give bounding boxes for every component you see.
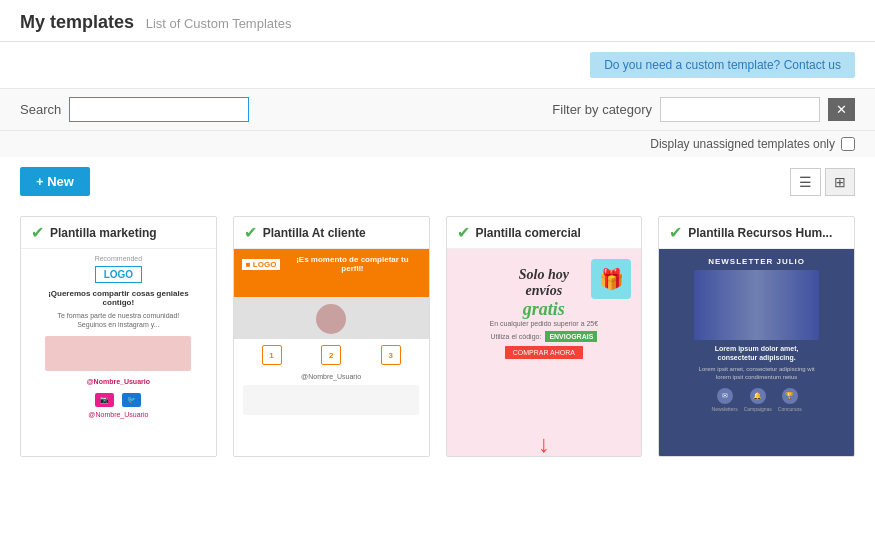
promo-text-1: ¡Queremos compartir cosas genialescontig… (48, 289, 189, 307)
nombre-text: @Nombre_Usuario (234, 371, 429, 382)
orange-promo-text: ¡Es momento de completar tu perfil! (284, 255, 420, 273)
icon-newsletters: ✉ (717, 388, 733, 404)
clear-filter-button[interactable]: ✕ (828, 98, 855, 121)
icon-campanas: 🔔 (750, 388, 766, 404)
template-card-4: ✔ Plantilla Recursos Hum... NEWSLETTER J… (658, 216, 855, 457)
card-title-4: Plantilla Recursos Hum... (688, 226, 832, 240)
instagram-box: 📷 (95, 393, 114, 407)
card-title-1: Plantilla marketing (50, 226, 157, 240)
gift-icon: 🎁 (591, 259, 631, 299)
unassigned-checkbox[interactable] (841, 137, 855, 151)
code-row: Utiliza el código: ENVIOGRAIS (490, 331, 597, 342)
status-icon-3: ✔ (457, 223, 470, 242)
step-3: 3 (381, 345, 401, 365)
card-header-1: ✔ Plantilla marketing (21, 217, 216, 249)
card-title-3: Plantilla comercial (476, 226, 581, 240)
code-box: ENVIOGRAIS (545, 331, 597, 342)
card-preview-2: ■ LOGO ¡Es momento de completar tu perfi… (234, 249, 429, 457)
code-label: Utiliza el código: (490, 333, 541, 340)
person-circle (316, 304, 346, 334)
img-placeholder-1 (45, 336, 191, 371)
card-title-2: Plantilla At cliente (263, 226, 366, 240)
toolbar-row: + New ☰ ⊞ (0, 157, 875, 206)
lorem-heading: Lorem ipsum dolor amet,consectetur adipi… (715, 344, 799, 362)
card-header-4: ✔ Plantilla Recursos Hum... (659, 217, 854, 249)
card-preview-1: Recommended LOGO ¡Queremos compartir cos… (21, 249, 216, 457)
gratis-text: gratis (523, 299, 565, 320)
logo-box-1: LOGO (95, 266, 142, 283)
custom-template-bar: Do you need a custom template? Contact u… (0, 42, 875, 88)
handle-text-2: @Nombre_Usuario (88, 411, 148, 418)
filter-group: Filter by category ✕ (552, 97, 855, 122)
unassigned-row: Display unassigned templates only (0, 131, 875, 157)
step-1: 1 (262, 345, 282, 365)
solo-hoy-text: Solo hoyenvíos (519, 267, 569, 299)
page-header: My templates List of Custom Templates (0, 0, 875, 42)
custom-template-button[interactable]: Do you need a custom template? Contact u… (590, 52, 855, 78)
icons-row: ✉ Newsletters 🔔 Campaignas 🏆 Concursos (712, 388, 802, 412)
filter-label: Filter by category (552, 102, 652, 117)
card-preview-3: 🎁 Solo hoyenvíos gratis En cualquier ped… (447, 249, 642, 457)
twitter-box: 🐦 (122, 393, 141, 407)
search-label: Search (20, 102, 61, 117)
orange-header: ■ LOGO ¡Es momento de completar tu perfi… (234, 249, 429, 279)
icon-concursos: 🏆 (782, 388, 798, 404)
buy-button-preview: COMPRAR AHORA (505, 346, 583, 359)
grid-view-button[interactable]: ⊞ (825, 168, 855, 196)
status-icon-4: ✔ (669, 223, 682, 242)
template-card-1: ✔ Plantilla marketing Recommended LOGO ¡… (20, 216, 217, 457)
img-lady (234, 279, 429, 339)
step-2: 2 (321, 345, 341, 365)
sub-text-1: Te formas parte de nuestra comunidad!Seg… (57, 311, 179, 329)
recommended-label: Recommended (95, 255, 142, 262)
page-wrapper: My templates List of Custom Templates Do… (0, 0, 875, 550)
cards-grid: ✔ Plantilla marketing Recommended LOGO ¡… (0, 206, 875, 477)
unassigned-label: Display unassigned templates only (650, 137, 835, 151)
newsletter-title: NEWSLETTER JULIO (708, 257, 805, 266)
filter-input[interactable] (660, 97, 820, 122)
lorem-body: Lorem ipsit amet, consectetur adipiscing… (699, 366, 815, 382)
footer-placeholder (243, 385, 418, 415)
person-silhouette (694, 270, 819, 340)
template-card-2: ✔ Plantilla At cliente ■ LOGO ¡Es moment… (233, 216, 430, 457)
card-header-3: ✔ Plantilla comercial (447, 217, 642, 249)
template-card-3: ✔ Plantilla comercial 🎁 Solo hoyenvíos g… (446, 216, 643, 457)
search-group: Search (20, 97, 249, 122)
view-toggle: ☰ ⊞ (790, 168, 855, 196)
handle-text-1: @Nombre_Usuario (87, 378, 150, 385)
person-img (694, 270, 819, 340)
social-row-1: 📷 🐦 (95, 393, 141, 407)
page-title: My templates (20, 12, 134, 32)
search-input[interactable] (69, 97, 249, 122)
card-preview-4: NEWSLETTER JULIO Lorem ipsum dolor amet,… (659, 249, 854, 457)
card-header-2: ✔ Plantilla At cliente (234, 217, 429, 249)
logo-white: ■ LOGO (242, 259, 281, 270)
sub-small: En cualquier pedido superior a 25€ (490, 320, 599, 327)
arrow-indicator: ↓ (538, 430, 550, 457)
status-icon-1: ✔ (31, 223, 44, 242)
new-button[interactable]: + New (20, 167, 90, 196)
status-icon-2: ✔ (244, 223, 257, 242)
search-filter-row: Search Filter by category ✕ (0, 88, 875, 131)
page-subtitle: List of Custom Templates (146, 16, 292, 31)
list-view-button[interactable]: ☰ (790, 168, 821, 196)
steps-row: 1 2 3 (234, 339, 429, 371)
